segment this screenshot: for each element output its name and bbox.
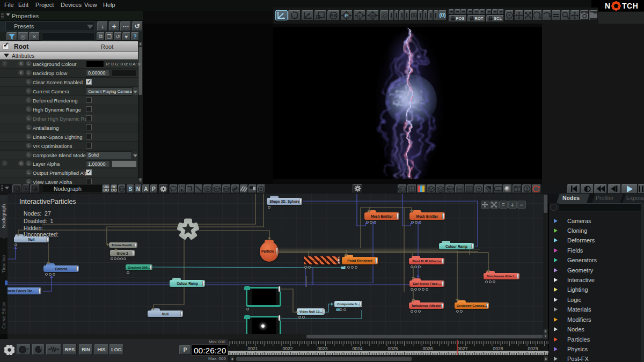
svg-text:AK: AK bbox=[119, 187, 125, 190]
svg-text:C: C bbox=[383, 13, 386, 18]
svg-text:0029: 0029 bbox=[528, 346, 538, 351]
svg-text:0021: 0021 bbox=[248, 346, 258, 351]
svg-text:AK: AK bbox=[330, 13, 337, 18]
svg-text:P: P bbox=[345, 13, 348, 18]
svg-text:IN: IN bbox=[206, 187, 210, 190]
svg-text:OUT: OUT bbox=[214, 187, 221, 190]
svg-text:L: L bbox=[358, 13, 361, 18]
svg-text:*: * bbox=[478, 187, 480, 192]
svg-text:0025: 0025 bbox=[388, 346, 398, 351]
svg-text:0028: 0028 bbox=[493, 346, 503, 351]
svg-text:0024: 0024 bbox=[353, 346, 363, 351]
svg-text:BB: BB bbox=[457, 187, 463, 191]
svg-text:0027: 0027 bbox=[458, 346, 468, 351]
svg-text:RES: RES bbox=[399, 187, 406, 191]
svg-text:DTA: DTA bbox=[467, 189, 472, 192]
svg-text:RNG: RNG bbox=[447, 188, 454, 191]
svg-text:0026: 0026 bbox=[423, 346, 433, 351]
svg-text:EXP: EXP bbox=[223, 187, 229, 190]
svg-text:W: W bbox=[371, 13, 375, 18]
svg-text:0023: 0023 bbox=[318, 346, 328, 351]
svg-text:0022: 0022 bbox=[283, 346, 293, 351]
